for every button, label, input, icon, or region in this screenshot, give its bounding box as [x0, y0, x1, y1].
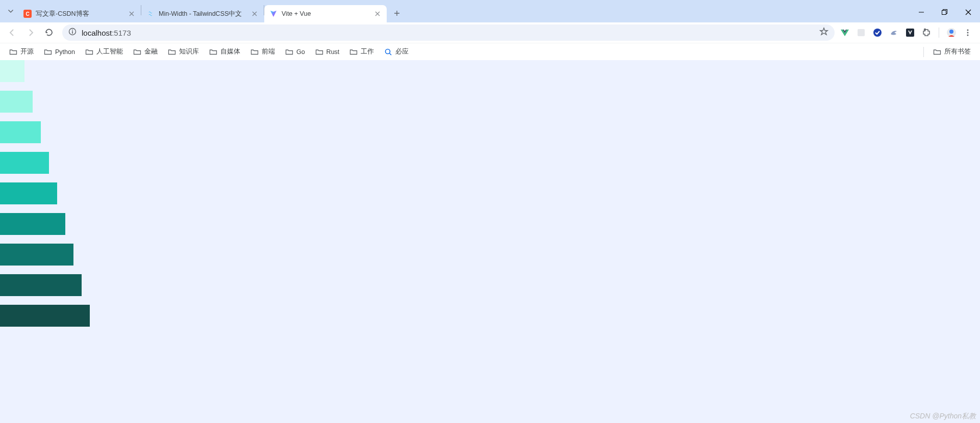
window-controls	[910, 2, 980, 22]
close-icon	[252, 11, 257, 16]
svg-rect-3	[942, 11, 946, 15]
nav-back-button[interactable]	[4, 24, 20, 41]
bookmark-item[interactable]: 开源	[5, 45, 38, 58]
svg-point-8	[873, 29, 882, 37]
extension-separator	[939, 28, 939, 38]
all-bookmarks-label: 所有书签	[944, 47, 971, 56]
chrome-menu-button[interactable]	[963, 28, 973, 38]
bookmark-item[interactable]: 人工智能	[81, 45, 127, 58]
bookmark-item[interactable]: 工作	[345, 45, 378, 58]
bookmark-label: 必应	[395, 47, 409, 56]
folder-icon	[209, 48, 217, 56]
folder-icon	[168, 48, 176, 56]
window-close-button[interactable]	[957, 2, 980, 22]
arrow-left-icon	[8, 28, 17, 37]
bookmarks-separator	[923, 47, 924, 57]
folder-icon	[250, 48, 259, 56]
search-icon	[384, 48, 392, 56]
kebab-menu-icon	[964, 29, 972, 37]
color-bar	[0, 274, 82, 296]
tabs-dropdown-button[interactable]	[3, 4, 18, 19]
folder-icon	[44, 48, 52, 56]
bookmark-label: 前端	[262, 47, 275, 56]
bookmark-item[interactable]: 必应	[380, 45, 413, 58]
bookmark-item[interactable]: 前端	[246, 45, 279, 58]
info-icon	[68, 28, 77, 36]
bookmark-label: Python	[55, 48, 75, 56]
chevron-down-icon	[8, 9, 14, 15]
tab-csdn[interactable]: C 写文章-CSDN博客	[18, 5, 141, 22]
profile-avatar[interactable]	[946, 28, 957, 38]
bookmark-item[interactable]: 知识库	[164, 45, 203, 58]
bookmark-label: 开源	[20, 47, 34, 56]
color-bar	[0, 121, 41, 143]
bookmark-label: 工作	[361, 47, 374, 56]
folder-icon	[85, 48, 93, 56]
extension-2-icon[interactable]	[856, 28, 866, 38]
close-icon	[965, 9, 971, 15]
svg-rect-7	[858, 29, 865, 36]
address-bar[interactable]: localhost:5173	[62, 24, 835, 41]
bookmark-star-button[interactable]	[819, 27, 828, 38]
folder-icon	[315, 48, 323, 56]
restore-icon	[942, 9, 948, 15]
folder-icon	[9, 48, 17, 56]
nav-forward-button[interactable]	[22, 24, 39, 41]
reload-button[interactable]	[41, 24, 57, 41]
page-viewport: CSDN @Python私教	[0, 60, 980, 423]
extension-4-icon[interactable]	[889, 28, 899, 38]
window-restore-button[interactable]	[933, 2, 957, 22]
star-icon	[819, 27, 828, 36]
folder-icon	[933, 48, 941, 56]
tab-close-button[interactable]	[128, 10, 136, 18]
watermark-text: CSDN @Python私教	[910, 412, 976, 421]
svg-point-16	[386, 49, 390, 54]
bookmark-item[interactable]: Rust	[311, 46, 344, 58]
url-port: :5173	[112, 29, 131, 37]
folder-icon	[349, 48, 358, 56]
extension-3-icon[interactable]	[872, 28, 883, 38]
tab-close-button[interactable]	[250, 10, 259, 18]
tab-title: Vite + Vue	[282, 10, 373, 17]
browser-titlebar: C 写文章-CSDN博客 Min-Width - TailwindCSS中文 V…	[0, 0, 980, 22]
svg-point-15	[967, 35, 969, 36]
url-text: localhost:5173	[82, 29, 131, 37]
vite-favicon-icon	[269, 10, 278, 18]
tab-close-button[interactable]	[373, 10, 382, 18]
tab-vite-vue[interactable]: Vite + Vue	[264, 5, 387, 22]
extension-5-icon[interactable]	[905, 28, 915, 38]
minimize-icon	[918, 9, 924, 15]
window-minimize-button[interactable]	[910, 2, 933, 22]
svg-point-12	[949, 30, 953, 34]
arrow-right-icon	[26, 28, 35, 37]
bookmark-item[interactable]: Python	[40, 46, 79, 58]
close-icon	[375, 11, 380, 16]
plus-icon	[394, 10, 400, 16]
folder-icon	[285, 48, 293, 56]
tab-tailwind[interactable]: Min-Width - TailwindCSS中文	[141, 5, 264, 22]
folder-icon	[133, 48, 141, 56]
color-bar	[0, 152, 49, 174]
new-tab-button[interactable]	[390, 6, 404, 20]
color-bar	[0, 305, 90, 327]
extensions-row	[840, 28, 976, 38]
color-bar	[0, 182, 57, 204]
vue-devtools-icon[interactable]	[840, 28, 850, 38]
tab-title: 写文章-CSDN博客	[36, 10, 128, 18]
close-icon	[129, 11, 134, 16]
extensions-menu-icon[interactable]	[921, 28, 932, 38]
all-bookmarks-button[interactable]: 所有书签	[929, 45, 975, 58]
svg-point-14	[967, 32, 969, 34]
tab-title: Min-Width - TailwindCSS中文	[159, 10, 250, 18]
svg-text:C: C	[26, 11, 29, 17]
tailwind-favicon-icon	[146, 10, 155, 18]
color-bar	[0, 213, 65, 235]
color-bar	[0, 60, 24, 82]
bookmark-label: Rust	[326, 48, 340, 56]
bookmark-item[interactable]: 自媒体	[205, 45, 244, 58]
bookmark-label: Go	[296, 48, 305, 56]
bookmark-label: 金融	[144, 47, 158, 56]
bookmark-item[interactable]: Go	[281, 46, 309, 58]
bookmark-item[interactable]: 金融	[129, 45, 162, 58]
site-info-button[interactable]	[68, 28, 77, 38]
